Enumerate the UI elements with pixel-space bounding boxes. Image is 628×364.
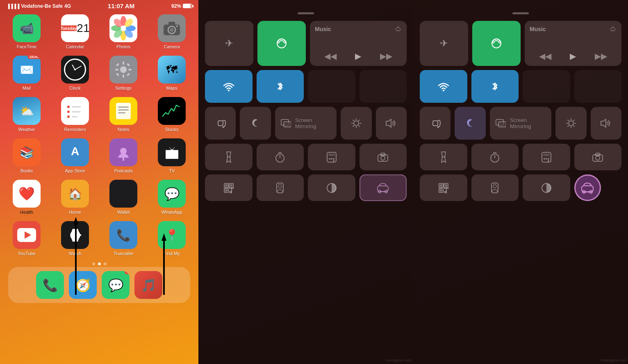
music-rewind-2[interactable]: ◀◀ — [324, 51, 337, 61]
svg-point-34 — [120, 148, 127, 154]
whatsapp-icon: 💬 — [158, 180, 186, 208]
app-stocks[interactable]: Stocks — [151, 97, 192, 132]
app-settings[interactable]: Settings — [103, 56, 144, 90]
cc-screen-mirror-label-2: Screen Mirroring — [295, 117, 331, 129]
iphone-home-screen: ▐▐▐▐ Vodafone-Be Safe 4G 11:07 AM 92% 📹 … — [0, 0, 198, 364]
svg-point-44 — [228, 90, 230, 91]
appstore-svg: A — [66, 143, 84, 162]
app-notes[interactable]: Notes — [103, 97, 144, 132]
cc-volume-btn-2[interactable] — [376, 107, 407, 140]
app-tv[interactable]: 📺 TV — [151, 138, 192, 173]
cc-donotdisturb-btn-2[interactable] — [240, 107, 271, 140]
music-play-3[interactable]: ▶ — [570, 51, 576, 61]
cc-screen-mirror-2[interactable]: Screen Mirroring — [275, 107, 337, 140]
app-watch[interactable]: ⌚ Watch — [55, 221, 96, 256]
app-whatsapp[interactable]: 💬 WhatsApp — [151, 180, 192, 215]
svg-line-100 — [573, 120, 574, 121]
app-health[interactable]: ❤️ Health — [6, 180, 47, 215]
cc-brightness-btn-3[interactable] — [555, 107, 586, 140]
cc-bluetooth-btn-2[interactable] — [257, 70, 304, 103]
cc-rotation-btn-2[interactable] — [205, 107, 236, 140]
portrait-icon-3 — [490, 182, 499, 194]
calendar-icon: Tuesday 21 — [61, 14, 89, 42]
flashlight-icon-2 — [224, 151, 233, 163]
cc-donotdisturb-btn-3[interactable] — [455, 107, 485, 140]
music-rewind-3[interactable]: ◀◀ — [539, 51, 551, 61]
timer-icon-2 — [274, 151, 286, 163]
podcasts-svg — [114, 143, 133, 162]
cc-music-controls-2: ◀◀ ▶ ▶▶ — [315, 51, 402, 61]
cc-portrait-btn-2[interactable] — [257, 174, 304, 201]
app-clock[interactable]: Clock — [55, 56, 96, 90]
cc-airplane-btn-3[interactable]: ✈ — [420, 21, 468, 66]
cc-wifi-btn-2[interactable] — [205, 70, 253, 103]
app-reminders[interactable]: Reminders — [55, 97, 96, 132]
dock-music[interactable]: 🎵 — [134, 271, 162, 299]
carrier-signal-icon: ▐▐▐▐ — [7, 4, 19, 9]
reminders-icon — [61, 97, 89, 125]
app-youtube[interactable]: YouTube — [6, 221, 47, 256]
cc-timer-btn-2[interactable] — [257, 144, 304, 170]
screen-mirror-icon-3 — [496, 119, 506, 128]
cc-contrast-btn-3[interactable] — [523, 174, 570, 201]
dock-messages[interactable]: 💬 6 — [102, 271, 130, 299]
app-calendar[interactable]: Tuesday 21 Calendar — [55, 14, 96, 49]
app-maps[interactable]: 🗺 Maps — [151, 56, 192, 90]
app-home[interactable]: 🏠 Home — [55, 180, 96, 215]
svg-point-65 — [331, 158, 332, 160]
app-facetime[interactable]: 📹 FaceTime — [6, 14, 47, 49]
wifi-icon-2 — [223, 81, 235, 92]
app-wallet[interactable]: Wallet — [103, 180, 144, 215]
cc-volume-btn-3[interactable] — [591, 107, 621, 140]
cc-camera-btn-2[interactable] — [360, 144, 407, 170]
app-truecaller[interactable]: 📞 Truecaller — [103, 221, 144, 256]
cc-music-title-2: Music — [315, 26, 331, 32]
cc-cellular-btn-2[interactable] — [257, 21, 306, 66]
cc-portrait-btn-3[interactable] — [471, 174, 519, 201]
control-center-panel-2: ✈ Music — [198, 0, 413, 364]
cc-qr-btn-3[interactable] — [420, 174, 467, 201]
cc-contrast-btn-2[interactable] — [308, 174, 355, 201]
app-findmy[interactable]: 📍 Find My — [151, 221, 192, 256]
music-play-2[interactable]: ▶ — [355, 51, 361, 61]
cc-timer-btn-3[interactable] — [471, 144, 519, 170]
health-icon: ❤️ — [13, 180, 41, 208]
cc-calculator-btn-2[interactable] — [308, 144, 355, 170]
cc-screen-mirror-label-3: Screen Mirroring — [510, 117, 546, 129]
cc-flashlight-btn-3[interactable] — [420, 144, 467, 170]
app-mail[interactable]: ✉️ 18,588 Mail — [6, 56, 47, 90]
cc-rotation-btn-3[interactable] — [420, 107, 451, 140]
cc-cellular-btn-3[interactable] — [472, 21, 521, 66]
cc-qr-btn-2[interactable] — [205, 174, 253, 201]
app-weather[interactable]: ⛅ Weather — [6, 97, 47, 132]
dock-phone[interactable]: 📞 — [36, 271, 64, 299]
svg-rect-43 — [396, 30, 400, 31]
app-camera[interactable]: Camera — [151, 14, 192, 49]
cc-bluetooth-btn-3[interactable] — [471, 70, 519, 103]
cc-airplane-btn-2[interactable]: ✈ — [205, 21, 253, 66]
app-appstore[interactable]: A App Store — [55, 138, 96, 173]
moon-icon-3 — [465, 118, 476, 129]
cc-camera-btn-3[interactable] — [574, 144, 622, 170]
app-podcasts[interactable]: Podcasts — [103, 138, 144, 173]
music-forward-3[interactable]: ▶▶ — [595, 51, 607, 61]
music-forward-2[interactable]: ▶▶ — [380, 51, 392, 61]
cc-carplay-btn-2[interactable] — [360, 174, 407, 201]
svg-rect-25 — [67, 111, 70, 113]
app-books[interactable]: 📚 Books — [6, 138, 47, 173]
dock-safari[interactable]: 🧭 — [69, 271, 97, 299]
cc-row4-3 — [420, 144, 621, 170]
cc-calculator-btn-3[interactable] — [523, 144, 570, 170]
cc-flashlight-btn-2[interactable] — [205, 144, 253, 170]
svg-rect-22 — [127, 73, 130, 76]
battery-icon — [183, 4, 192, 8]
calendar-day: 21 — [77, 23, 89, 34]
app-photos[interactable]: Photos — [103, 14, 144, 49]
cc-screen-mirror-3[interactable]: Screen Mirroring — [490, 107, 552, 140]
cc-wifi-btn-3[interactable] — [420, 70, 467, 103]
tv-icon: 📺 — [158, 138, 186, 166]
cc-inner-3: ✈ Music — [413, 0, 628, 364]
svg-rect-26 — [72, 111, 81, 113]
cc-carplay-btn-3[interactable] — [574, 174, 601, 201]
cc-brightness-btn-2[interactable] — [341, 107, 371, 140]
